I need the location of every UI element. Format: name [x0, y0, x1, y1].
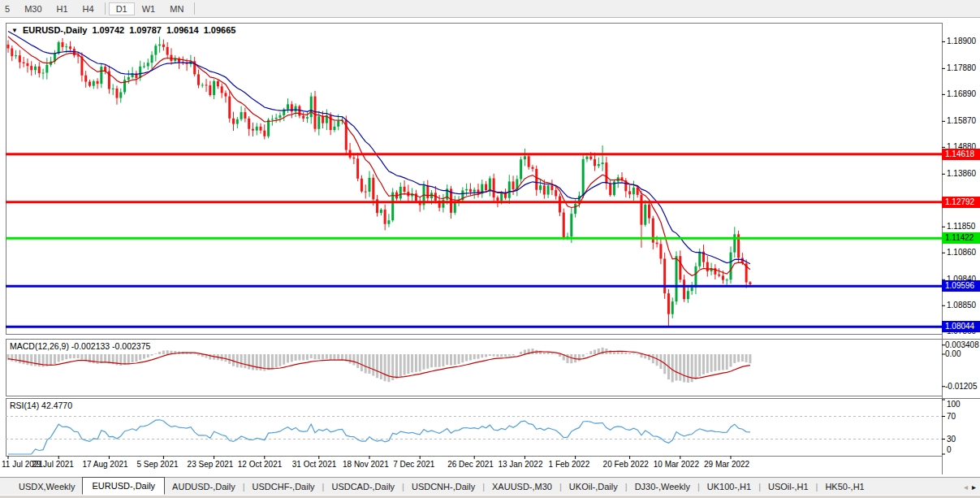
- macd-axis-label: 0.00: [945, 349, 961, 358]
- price-panel-frame: [6, 24, 943, 335]
- chart-dropdown-icon[interactable]: ▼: [11, 27, 18, 34]
- rsi-panel-frame: [6, 399, 943, 457]
- macd-indicator-label: MACD(12,26,9) -0.002133 -0.002375: [10, 341, 150, 351]
- date-axis-label: 10 Mar 2022: [654, 460, 699, 469]
- tab-ukoil-daily[interactable]: UKOil-,Daily: [562, 479, 625, 495]
- tab-scroll-arrows: ◂▸: [960, 479, 980, 495]
- date-axis-label: 5 Sep 2021: [136, 460, 178, 469]
- tab-xauusd-m30[interactable]: XAUUSD-,M30: [485, 479, 559, 495]
- tab-audusd-daily[interactable]: AUDUSD-,Daily: [165, 479, 243, 495]
- tab-uk100-h1[interactable]: UK100-,H1: [700, 479, 758, 495]
- rsi-axis-label: 0: [947, 445, 952, 454]
- mt4-window: { "toolbar": { "timeframes": ["5", "M30"…: [0, 0, 980, 498]
- price-axis-label: 1.15870: [947, 116, 976, 125]
- rsi-axis-label: 70: [947, 412, 956, 421]
- price-axis-label: 1.10860: [947, 248, 976, 257]
- chart-canvas[interactable]: [0, 0, 980, 498]
- tab-eurusd-daily[interactable]: EURUSD-,Daily: [82, 477, 165, 495]
- tab-usdx-weekly[interactable]: USDX,Weekly: [11, 479, 82, 495]
- price-axis-label: 1.13860: [947, 169, 976, 178]
- chart-tabbar: USDX,WeeklyEURUSD-,DailyAUDUSD-,Daily|US…: [0, 477, 980, 495]
- rsi-indicator-label: RSI(14) 42.4770: [10, 401, 72, 410]
- tab-usdcad-daily[interactable]: USDCAD-,Daily: [324, 479, 402, 495]
- price-level-badge: 1.08044: [942, 321, 980, 332]
- date-axis-label: 1 Feb 2022: [549, 460, 590, 469]
- price-axis-label: 1.16890: [947, 89, 976, 98]
- rsi-axis-label: 30: [947, 435, 956, 444]
- date-axis-label: 20 Feb 2022: [603, 460, 649, 469]
- price-axis-label: 1.08850: [947, 301, 976, 310]
- tab-usdchf-daily[interactable]: USDCHF-,Daily: [245, 479, 322, 495]
- price-axis-label: 1.17880: [947, 63, 976, 72]
- date-axis-label: 17 Aug 2021: [82, 460, 127, 469]
- date-axis-label: 7 Dec 2021: [393, 460, 434, 469]
- date-axis-label: 29 Jul 2021: [32, 460, 74, 469]
- chart-ohlc-header: ▼EURUSD-,Daily1.097421.097871.096141.096…: [11, 25, 235, 35]
- price-level-badge: 1.09596: [942, 280, 980, 292]
- ohlc-close: 1.09665: [204, 25, 236, 35]
- date-axis-label: 31 Oct 2021: [292, 460, 336, 469]
- tab-hk50-h1[interactable]: HK50-,H1: [818, 479, 871, 495]
- macd-axis-label: -0.01205: [945, 382, 977, 391]
- date-axis-label: 12 Oct 2021: [238, 460, 282, 469]
- ohlc-open: 1.09742: [92, 25, 124, 35]
- rsi-axis-label: 100: [947, 400, 961, 409]
- price-level-badge: 1.12792: [942, 197, 980, 208]
- ohlc-high: 1.09787: [129, 25, 162, 35]
- tab-scroll-right-icon[interactable]: ▸: [972, 483, 976, 492]
- date-axis-label: 23 Sep 2021: [188, 460, 234, 469]
- date-axis-label: 29 Mar 2022: [704, 460, 749, 469]
- tab-dj30-weekly[interactable]: DJ30-,Weekly: [628, 479, 697, 495]
- tab-usdcnh-daily[interactable]: USDCNH-,Daily: [404, 479, 482, 495]
- price-level-badge: 1.14618: [942, 149, 980, 160]
- date-axis-label: 26 Dec 2021: [447, 460, 494, 469]
- price-level-badge: 1.11422: [942, 232, 980, 244]
- macd-axis-label: 0.003408: [945, 340, 979, 349]
- ohlc-low: 1.09614: [166, 25, 199, 35]
- price-axis-label: 1.18900: [947, 37, 976, 45]
- date-axis-label: 18 Nov 2021: [343, 460, 389, 469]
- tab-scroll-left-icon[interactable]: ◂: [964, 483, 968, 492]
- date-axis-label: 13 Jan 2022: [498, 460, 542, 469]
- chart-symbol-label: EURUSD-,Daily: [23, 25, 87, 35]
- price-axis-label: 1.11850: [947, 222, 975, 231]
- tab-usoil-h1[interactable]: USOil-,H1: [761, 479, 816, 495]
